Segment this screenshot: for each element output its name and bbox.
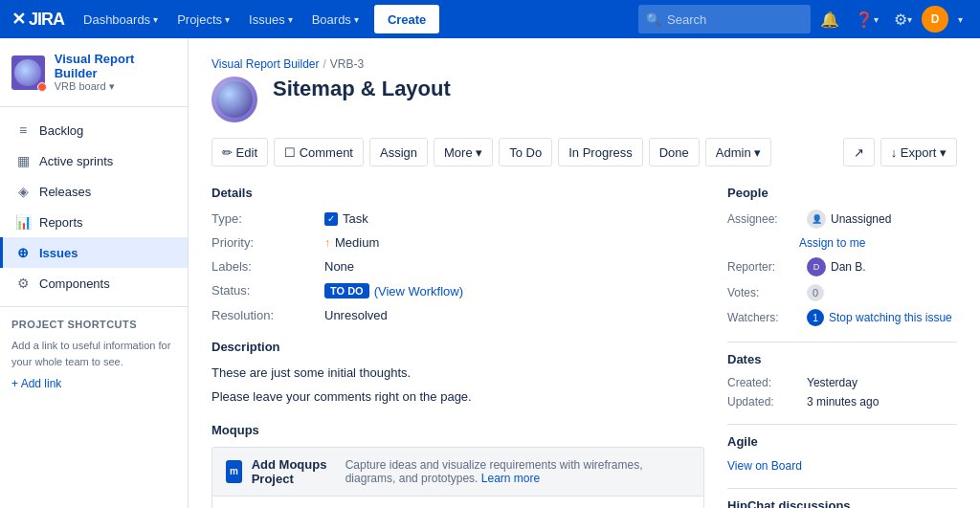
project-badge: [37, 82, 47, 92]
priority-label: Priority:: [212, 233, 317, 252]
created-row: Created: Yesterday: [727, 376, 957, 389]
labels-value: None: [324, 257, 704, 276]
avatar-chevron-icon[interactable]: ▾: [952, 14, 969, 25]
more-button[interactable]: More ▾: [434, 138, 493, 166]
reporter-row: Reporter: D Dan B.: [727, 257, 957, 276]
search-icon: 🔍: [646, 12, 661, 27]
task-checkbox-icon: ✓: [324, 212, 338, 226]
moqups-body: Sitemap 1.6 updated Yesterday 1:35 PM: [212, 497, 704, 508]
type-value: ✓ Task: [324, 210, 704, 228]
status-badge: TO DO: [324, 283, 369, 298]
watchers-row: Watchers: 1 Stop watching this issue: [727, 309, 957, 326]
description-section: Description These are just some initial …: [212, 340, 704, 408]
breadcrumb-issue-key: VRB-3: [330, 57, 364, 71]
watchers-label: Watchers:: [727, 311, 799, 324]
sidebar-item-components[interactable]: ⚙ Components: [0, 268, 188, 298]
help-icon[interactable]: ❓▾: [849, 11, 884, 29]
edit-button[interactable]: ✏ Edit: [212, 138, 268, 166]
resolution-label: Resolution:: [212, 306, 317, 324]
sidebar-item-issues[interactable]: ⊕ Issues: [0, 237, 188, 268]
releases-icon: ◈: [14, 184, 32, 199]
vote-count-badge: 0: [807, 284, 824, 301]
settings-icon[interactable]: ⚙▾: [888, 11, 918, 29]
moqups-learn-more-link[interactable]: Learn more: [481, 472, 540, 485]
project-name[interactable]: Visual Report Builder: [55, 52, 176, 80]
dates-section: Dates Created: Yesterday Updated: 3 minu…: [727, 352, 957, 409]
project-board[interactable]: VRB board ▾: [55, 80, 176, 93]
resolution-value: Unresolved: [324, 306, 704, 324]
moqups-section: Moqups m Add Moqups Project Capture idea…: [212, 423, 704, 508]
project-shortcuts: PROJECT SHORTCUTS Add a link to useful i…: [0, 306, 188, 402]
sidebar-item-releases[interactable]: ◈ Releases: [0, 176, 188, 207]
moqups-section-title: Moqups: [212, 423, 704, 437]
add-link-button[interactable]: + Add link: [11, 377, 176, 390]
moqups-desc: Capture ideas and visualize requirements…: [345, 458, 690, 485]
jira-logo[interactable]: ✕ JIRA: [11, 9, 64, 30]
active-sprints-icon: ▦: [14, 153, 32, 168]
action-bar-right: ↗ ↓ Export ▾: [843, 138, 957, 166]
issue-header: Sitemap & Layout: [212, 77, 957, 122]
shortcuts-title: PROJECT SHORTCUTS: [11, 319, 176, 330]
view-on-board-link[interactable]: View on Board: [727, 459, 802, 473]
project-avatar-icon: [14, 59, 41, 86]
action-bar: ✏ Edit ☐ Comment Assign More ▾ To Do In …: [212, 138, 957, 166]
watch-count-badge: 1: [807, 309, 824, 326]
issue-title: Sitemap & Layout: [273, 77, 451, 101]
updated-label: Updated:: [727, 395, 799, 409]
agile-title: Agile: [727, 434, 957, 449]
admin-button[interactable]: Admin ▾: [705, 138, 771, 166]
components-icon: ⚙: [14, 276, 32, 291]
dates-title: Dates: [727, 352, 957, 366]
assignee-value: 👤 Unassigned: [807, 210, 891, 229]
done-button[interactable]: Done: [649, 138, 700, 166]
stop-watching-link[interactable]: Stop watching this issue: [829, 311, 952, 324]
people-title: People: [727, 186, 957, 200]
in-progress-button[interactable]: In Progress: [558, 138, 642, 166]
boards-chevron-icon: ▾: [354, 14, 359, 25]
assignee-row: Assignee: 👤 Unassigned: [727, 210, 957, 229]
issue-project-icon: [212, 77, 257, 122]
moqups-logo-icon: m: [226, 460, 242, 483]
nav-boards[interactable]: Boards ▾: [304, 0, 367, 38]
notifications-icon[interactable]: 🔔: [814, 11, 845, 29]
reporter-avatar: D: [807, 257, 826, 276]
assign-button[interactable]: Assign: [369, 138, 428, 166]
todo-button[interactable]: To Do: [499, 138, 552, 166]
assignee-avatar: 👤: [807, 210, 826, 229]
nav-projects[interactable]: Projects ▾: [169, 0, 237, 38]
nav-issues[interactable]: Issues ▾: [241, 0, 301, 38]
view-workflow-link[interactable]: (View Workflow): [374, 284, 463, 298]
nav-dashboards[interactable]: Dashboards ▾: [76, 0, 166, 38]
sidebar-item-reports[interactable]: 📊 Reports: [0, 207, 188, 237]
issues-chevron-icon: ▾: [288, 14, 293, 25]
issue-main: Details Type: ✓ Task Priority: ↑ Medium …: [212, 186, 704, 508]
search-bar[interactable]: 🔍: [638, 5, 811, 33]
moqups-header: m Add Moqups Project Capture ideas and v…: [212, 447, 704, 497]
create-button[interactable]: Create: [374, 5, 439, 33]
assignee-label: Assignee:: [727, 212, 799, 226]
breadcrumb-separator: /: [323, 57, 326, 71]
breadcrumb-project-link[interactable]: Visual Report Builder: [212, 57, 320, 71]
reporter-label: Reporter:: [727, 260, 799, 274]
created-label: Created:: [727, 376, 799, 389]
sidebar-item-backlog[interactable]: ≡ Backlog: [0, 115, 188, 145]
search-input[interactable]: [667, 12, 782, 27]
user-avatar[interactable]: D: [922, 6, 948, 33]
agile-section: Agile View on Board: [727, 434, 957, 473]
project-info: Visual Report Builder VRB board ▾: [55, 52, 176, 93]
export-button[interactable]: ↓ Export ▾: [880, 138, 957, 166]
assign-to-me-link[interactable]: Assign to me: [799, 236, 957, 250]
description-title: Description: [212, 340, 704, 354]
dashboards-chevron-icon: ▾: [153, 14, 158, 25]
details-grid: Type: ✓ Task Priority: ↑ Medium Labels: …: [212, 210, 704, 324]
comment-button[interactable]: ☐ Comment: [274, 138, 364, 166]
votes-row: Votes: 0: [727, 284, 957, 301]
status-label: Status:: [212, 281, 317, 300]
type-label: Type:: [212, 210, 317, 228]
share-button[interactable]: ↗: [843, 138, 875, 166]
project-avatar: [11, 55, 45, 90]
moqups-add-title[interactable]: Add Moqups Project: [252, 457, 336, 486]
issue-sidebar-panel: People Assignee: 👤 Unassigned Assign to …: [727, 186, 957, 508]
sidebar-item-active-sprints[interactable]: ▦ Active sprints: [0, 145, 188, 176]
top-navigation: ✕ JIRA Dashboards ▾ Projects ▾ Issues ▾ …: [0, 0, 980, 38]
